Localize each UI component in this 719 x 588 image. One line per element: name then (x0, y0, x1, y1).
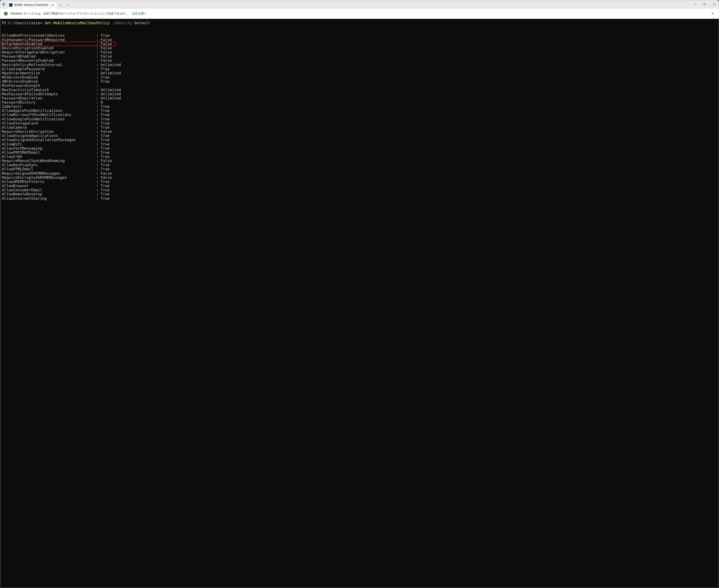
policy-row: AllowPOPIMAPEmail: True (2, 150, 717, 154)
policy-value: True (101, 188, 110, 192)
policy-row: AllowGooglePushNotifications: True (2, 117, 717, 121)
infobar-link[interactable]: 設定を開く (132, 12, 147, 16)
policy-key: AllowUnsignedInstallationPackages (2, 138, 96, 142)
policy-separator: : (96, 159, 101, 163)
policy-separator: : (96, 196, 101, 201)
policy-key: AllowSimplePassword (2, 67, 96, 71)
policy-value: Unlimited (101, 92, 121, 96)
policy-separator: : (96, 171, 101, 175)
policy-row: AllowTextMessaging: True (2, 146, 717, 150)
policy-row: AllowSMIMESoftCerts: True (2, 180, 717, 184)
policy-value: False (101, 38, 112, 42)
policy-key: RequireEncryptedSMIMEMessages (2, 175, 96, 180)
policy-separator: : (96, 42, 101, 46)
policy-separator: : (96, 150, 101, 154)
close-icon[interactable]: ✕ (50, 3, 55, 7)
policy-separator: : (96, 142, 101, 146)
policy-key: RequireDeviceEncryption (2, 129, 96, 134)
policy-key: UNCAccessEnabled (2, 79, 96, 84)
titlebar: >_ 管理者: Windows PowerShell ✕ (0, 0, 719, 8)
policy-separator: : (96, 109, 101, 113)
policy-key: AllowTextMessaging (2, 146, 96, 150)
policy-value: True (101, 75, 110, 79)
policy-value: False (101, 129, 112, 134)
policy-key: AllowApplePushNotifications (2, 109, 96, 113)
policy-key: IsDefault (2, 104, 96, 109)
policy-separator: : (96, 134, 101, 138)
tab-powershell[interactable]: >_ 管理者: Windows PowerShell ✕ (7, 1, 57, 8)
policy-separator: : (96, 79, 101, 84)
policy-row: PasswordExpiration: Unlimited (2, 96, 717, 100)
policy-row: AllowStorageCard: True (2, 121, 717, 125)
policy-key: AlphanumericPasswordRequired (2, 38, 96, 42)
policy-row: MaxPasswordFailedAttempts: Unlimited (2, 92, 717, 96)
policy-row: PasswordRecoveryEnabled: False (2, 58, 717, 63)
policy-key: PasswordRecoveryEnabled (2, 58, 96, 63)
powershell-icon: >_ (9, 3, 13, 7)
policy-key: AllowWiFi (2, 142, 96, 146)
policy-value: False (101, 42, 112, 46)
policy-key: AllowStorageCard (2, 121, 96, 125)
infobar-close-button[interactable]: ✕ (710, 11, 715, 16)
infobar: i Windows ターミナルは、設定で既定のターミナル アプリケーションとして… (0, 8, 719, 19)
policy-key: PasswordEnabled (2, 54, 96, 58)
policy-value: True (101, 33, 110, 38)
policy-row: AllowCamera: True (2, 125, 717, 129)
svg-rect-0 (704, 3, 705, 5)
policy-value: True (101, 167, 110, 171)
policy-separator: : (96, 154, 101, 159)
policy-value: True (101, 138, 110, 142)
policy-row: WSSAccessEnabled: True (2, 75, 717, 79)
new-tab-button[interactable] (57, 1, 64, 8)
policy-row: MinPasswordLength: (2, 84, 717, 88)
policy-value: True (101, 184, 110, 188)
policy-key: AllowNonProvisionableDevices (2, 33, 96, 38)
policy-separator: : (96, 63, 101, 67)
policy-key: AllowHTMLEmail (2, 167, 96, 171)
policy-row: RequireStorageCardEncryption: False (2, 50, 717, 54)
policy-separator: : (96, 58, 101, 63)
policy-value: False (101, 159, 112, 163)
policy-key: RequireSignedSMIMEMessages (2, 171, 96, 175)
minimize-button[interactable] (690, 0, 700, 8)
policy-row: AllowDesktopSync: True (2, 163, 717, 167)
policy-key: AllowPOPIMAPEmail (2, 150, 96, 154)
policy-key: AllowGooglePushNotifications (2, 117, 96, 121)
policy-row: AllowConsumerEmail: True (2, 188, 717, 192)
policy-separator: : (96, 54, 101, 58)
tab-dropdown-button[interactable] (64, 1, 71, 8)
policy-row: AllowMicrosoftPushNotifications: True (2, 113, 717, 117)
policy-key: AllowRemoteDesktop (2, 192, 96, 196)
policy-value: True (101, 180, 110, 184)
policy-separator: : (96, 104, 101, 109)
policy-separator: : (96, 96, 101, 100)
policy-key: RequireManualSyncWhenRoaming (2, 159, 96, 163)
policy-row: PasswordEnabled: False (2, 54, 717, 58)
policy-separator: : (96, 88, 101, 92)
policy-value: Unlimited (101, 63, 121, 67)
policy-row: AllowRemoteDesktop: True (2, 192, 717, 196)
policy-separator: : (96, 33, 101, 38)
policy-separator: : (96, 138, 101, 142)
prompt-cmdlet: Get-MobileDeviceMailboxPolicy (45, 21, 110, 25)
maximize-button[interactable] (700, 0, 709, 8)
policy-key: AttachmentsEnabled (2, 42, 96, 46)
terminal-output[interactable]: PS C:\Users\taish> Get-MobileDeviceMailb… (0, 19, 719, 588)
policy-value: False (101, 46, 112, 50)
policy-row: IsDefault: True (2, 104, 717, 109)
policy-separator: : (96, 100, 101, 104)
policy-row: RequireDeviceEncryption: False (2, 129, 717, 134)
policy-key: AllowInternetSharing (2, 196, 96, 201)
policy-separator: : (96, 175, 101, 180)
policy-value: True (101, 67, 110, 71)
close-window-button[interactable] (709, 0, 719, 8)
policy-value: True (101, 196, 110, 201)
policy-key: AllowCamera (2, 125, 96, 129)
uac-shield-icon (0, 2, 7, 6)
policy-row: AllowNonProvisionableDevices: True (2, 33, 717, 38)
policy-separator: : (96, 84, 101, 88)
policy-key: AllowDesktopSync (2, 163, 96, 167)
policy-separator: : (96, 113, 101, 117)
policy-value: Unlimited (101, 71, 121, 75)
policy-value: True (101, 113, 110, 117)
